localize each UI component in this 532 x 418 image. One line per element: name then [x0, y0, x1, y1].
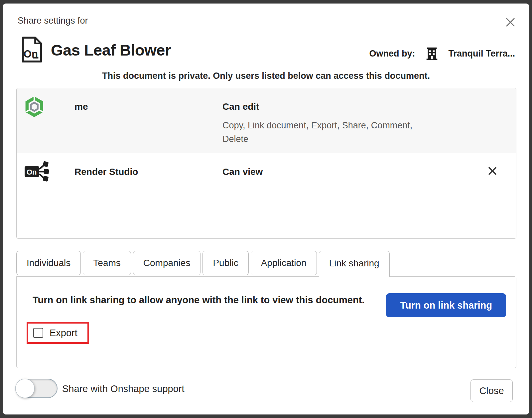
x-remove-icon [487, 172, 498, 177]
dialog-close-button[interactable] [503, 15, 518, 30]
tab-application[interactable]: Application [251, 251, 317, 275]
owned-by-label: Owned by: [369, 49, 415, 59]
entry-name: Render Studio [74, 167, 138, 177]
document-name: Gas Leaf Blower [51, 41, 171, 59]
x-close-icon [504, 24, 516, 29]
link-sharing-panel: Turn on link sharing to allow anyone wit… [16, 276, 516, 368]
render-studio-icon: On [24, 161, 49, 183]
share-tabs: Individuals Teams Companies Public Appli… [16, 251, 390, 277]
support-toggle-label: Share with Onshape support [62, 383, 185, 394]
dialog-title: Share settings for [18, 16, 88, 26]
toggle-knob [15, 379, 35, 398]
document-header: On Gas Leaf Blower [21, 35, 171, 65]
support-toggle[interactable] [15, 379, 58, 398]
tab-public[interactable]: Public [202, 251, 248, 275]
share-entries-list: me Can edit Copy, Link document, Export,… [16, 88, 516, 239]
company-building-icon [424, 46, 440, 61]
privacy-notice: This document is private. Only users lis… [3, 71, 529, 81]
entry-permission-details: Copy, Link document, Export, Share, Comm… [222, 119, 417, 146]
export-checkbox-label: Export [50, 328, 77, 339]
tab-companies[interactable]: Companies [133, 251, 201, 275]
entry-name: me [74, 101, 88, 112]
tab-teams[interactable]: Teams [83, 251, 131, 275]
remove-entry-button[interactable] [486, 165, 499, 177]
svg-text:On: On [27, 168, 37, 176]
entry-permission: Can edit [222, 101, 259, 112]
onshape-document-icon: On [21, 36, 43, 64]
owner-info: Owned by: Tranquil Terra... [369, 46, 515, 62]
link-sharing-message: Turn on link sharing to allow anyone wit… [33, 295, 364, 306]
owner-name: Tranquil Terra... [448, 49, 515, 59]
turn-on-link-sharing-button[interactable]: Turn on link sharing [386, 293, 506, 317]
close-button[interactable]: Close [470, 379, 513, 402]
export-option-highlight: Export [27, 322, 89, 344]
share-settings-dialog: Share settings for On Gas Leaf Blower Ow… [3, 3, 529, 415]
share-row-render-studio[interactable]: On Render Studio Can view [17, 153, 516, 195]
tab-individuals[interactable]: Individuals [16, 251, 81, 275]
entry-permission: Can view [222, 167, 263, 177]
share-row-me[interactable]: me Can edit Copy, Link document, Export,… [17, 88, 516, 153]
export-checkbox[interactable] [33, 328, 43, 338]
onshape-logo-icon [25, 97, 43, 118]
tab-link-sharing[interactable]: Link sharing [319, 251, 390, 277]
